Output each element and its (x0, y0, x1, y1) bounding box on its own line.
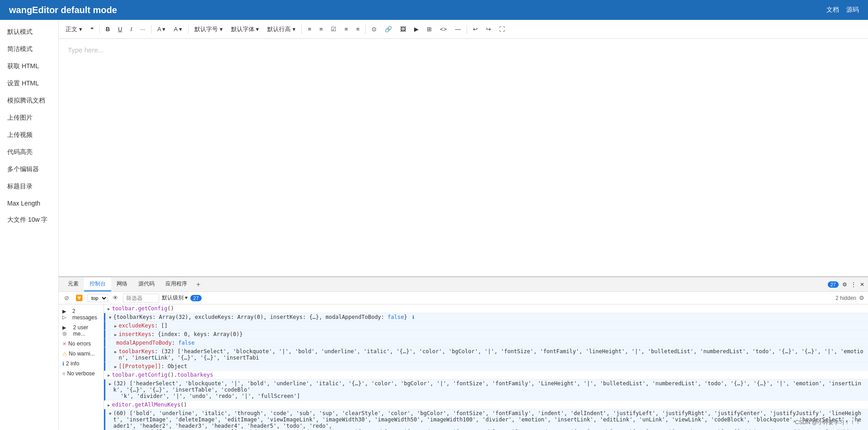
toolbar-fullscreen[interactable]: ⛶ (496, 24, 508, 34)
cs-warnings-label: No warni... (69, 351, 94, 357)
console-text-2: {toolbarKeys: Array(32), excludeKeys: Ar… (113, 314, 864, 320)
dt-level-label: 默认级别 ▾ (162, 294, 188, 302)
toolbar-bgcolor[interactable]: A ▾ (170, 24, 185, 34)
doc-link[interactable]: 文档 (826, 6, 839, 14)
toolbar-color[interactable]: A ▾ (154, 24, 169, 34)
toolbar-italic[interactable]: I (127, 24, 135, 34)
toolbar-fontfamily[interactable]: 默认字体 ▾ (228, 24, 263, 35)
cs-user-label: 2 user me... (73, 324, 100, 337)
tab-sources[interactable]: 源代码 (133, 277, 160, 291)
toolbar-lineheight[interactable]: 默认行高 ▾ (264, 24, 299, 35)
toolbar-bulletedlist[interactable]: ≡ (305, 24, 315, 34)
header-links: 文档 源码 (826, 6, 859, 14)
toolbar-underline[interactable]: U (115, 24, 125, 34)
tab-console[interactable]: 控制台 (84, 277, 111, 291)
tab-add[interactable]: + (193, 279, 204, 290)
expand-2d[interactable] (114, 349, 117, 354)
toolbar-todo[interactable]: ☑ (328, 24, 340, 34)
cs-verbose[interactable]: ≡ No verbose (59, 369, 104, 379)
toolbar-divider[interactable]: — (452, 24, 464, 34)
devtools-tabbar-right: 27 ⚙ ⋮ ✕ (828, 281, 864, 288)
close-icon[interactable]: ✕ (860, 281, 864, 288)
dt-filter-icon[interactable]: 🔽 (74, 294, 85, 302)
toolbar-fontsize[interactable]: 默认字号 ▾ (191, 24, 226, 35)
expand-4r[interactable] (109, 411, 111, 416)
cs-info[interactable]: ℹ 2 info (59, 359, 104, 369)
expand-3r[interactable] (109, 381, 111, 386)
expand-2e[interactable] (114, 364, 117, 369)
sidebar-item-0[interactable]: 默认模式 (0, 23, 58, 41)
toolbar-indent[interactable]: ≡ (353, 24, 363, 34)
toolbar-sep-2 (151, 25, 151, 34)
expand-2b[interactable] (114, 332, 117, 337)
toolbar-more[interactable]: ··· (137, 24, 148, 34)
sidebar-item-9[interactable]: 标题目录 (0, 178, 58, 195)
console-text-3: toolbar.getConfig().toolbarkeys (112, 372, 864, 378)
toolbar-video[interactable]: ▶ (411, 24, 422, 34)
warn-icon: ⚠ (62, 351, 67, 357)
editor-area: 正文 ▾ ❝ B U I ··· A ▾ A ▾ 默认字号 ▾ 默认字体 ▾ 默… (59, 20, 868, 430)
sidebar-item-2[interactable]: 获取 HTML (0, 58, 58, 75)
dt-eye-icon[interactable]: 👁 (111, 294, 120, 302)
settings-icon[interactable]: ⚙ (842, 281, 847, 288)
toolbar-sep-3 (188, 25, 189, 34)
sidebar-item-3[interactable]: 设置 HTML (0, 75, 58, 92)
toolbar-justify[interactable]: ≡ (341, 24, 351, 34)
cs-messages[interactable]: ▶ ▷ 2 messages (59, 306, 104, 322)
editor-content[interactable]: Type here... (59, 39, 868, 276)
dt-context-select[interactable]: top (87, 294, 108, 302)
toolbar-link[interactable]: 🔗 (382, 24, 395, 34)
cs-user[interactable]: ▶ ◎ 2 user me... (59, 322, 104, 339)
console-row-2e: [[Prototype]]: Object (104, 362, 868, 371)
console-row-2: {toolbarKeys: Array(32), excludeKeys: Ar… (104, 313, 868, 322)
editor-placeholder: Type here... (68, 46, 104, 54)
sidebar-item-5[interactable]: 上传图片 (0, 109, 58, 126)
main-area: 默认模式简洁模式获取 HTML设置 HTML模拟腾讯文档上传图片上传视频代码高亮… (0, 20, 868, 430)
sidebar-item-7[interactable]: 代码高亮 (0, 144, 58, 161)
console-text-2a: excludeKeys: [] (118, 322, 864, 329)
console-row-2c: modalAppendToBody: false (104, 339, 868, 347)
toolbar-sep-4 (302, 25, 302, 34)
toolbar-table[interactable]: ⊞ (424, 24, 435, 34)
devtools-badge: 27 (828, 281, 839, 288)
console-sidebar: ▶ ▷ 2 messages ▶ ◎ 2 user me... ✕ No err… (59, 304, 104, 430)
toolbar-image[interactable]: 🖼 (397, 24, 409, 34)
expand-1[interactable] (108, 306, 110, 311)
toolbar-numberedlist[interactable]: ≡ (316, 24, 326, 34)
toolbar-bold[interactable]: B (103, 24, 113, 34)
sidebar-item-10[interactable]: Max Length (0, 195, 58, 211)
toolbar-redo[interactable]: ↪ (483, 24, 494, 34)
toolbar-undo[interactable]: ↩ (470, 24, 481, 34)
expand-2a[interactable] (114, 323, 117, 328)
source-link[interactable]: 源码 (846, 6, 859, 14)
header: wangEditor default mode 文档 源码 (0, 0, 868, 20)
devtools-filter-input[interactable] (123, 294, 159, 303)
toolbar-sep-1 (99, 25, 100, 34)
sidebar-item-8[interactable]: 多个编辑器 (0, 161, 58, 178)
cs-verbose-label: No verbose (67, 370, 94, 377)
console-text-4: editor.getAllMenuKeys() (112, 402, 864, 408)
tab-elements[interactable]: 元素 (62, 277, 84, 291)
tab-application[interactable]: 应用程序 (160, 277, 193, 291)
cs-errors[interactable]: ✕ No errors (59, 339, 104, 349)
expand-3[interactable] (108, 373, 110, 378)
expand-4[interactable] (108, 402, 110, 407)
expand-2[interactable] (109, 315, 111, 320)
cs-warnings[interactable]: ⚠ No warni... (59, 349, 104, 359)
editor-toolbar: 正文 ▾ ❝ B U I ··· A ▾ A ▾ 默认字号 ▾ 默认字体 ▾ 默… (59, 20, 868, 39)
dt-prohibit-icon[interactable]: ⊘ (62, 294, 71, 302)
more-icon[interactable]: ⋮ (851, 281, 856, 288)
toolbar-code[interactable]: <> (437, 24, 450, 34)
toolbar-blockquote[interactable]: ❝ (87, 24, 97, 34)
tab-network[interactable]: 网络 (111, 277, 133, 291)
devtools-panel: 元素 控制台 网络 源代码 应用程序 + 27 ⚙ ⋮ ✕ ⊘ 🔽 top (59, 276, 868, 430)
toolbar-format[interactable]: 正文 ▾ (62, 24, 85, 35)
toolbar-emotion[interactable]: ⊙ (368, 24, 380, 34)
sidebar-item-11[interactable]: 大文件 10w 字 (0, 211, 58, 229)
sidebar-item-6[interactable]: 上传视频 (0, 126, 58, 144)
sidebar-item-4[interactable]: 模拟腾讯文档 (0, 92, 58, 109)
console-row-2b: insertKeys: {index: 0, keys: Array(0)} (104, 330, 868, 339)
devtools-settings-icon[interactable]: ⚙ (859, 294, 864, 301)
info-icon: ℹ (62, 361, 64, 367)
sidebar-item-1[interactable]: 简洁模式 (0, 41, 58, 58)
